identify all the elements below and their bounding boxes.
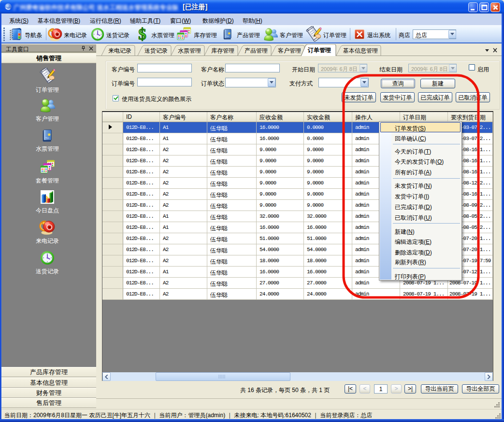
svg-text:送货记录: 送货记录 <box>144 47 168 54</box>
svg-text:库存管理: 库存管理 <box>211 47 234 54</box>
svg-text:产品管理: 产品管理 <box>245 47 268 54</box>
svg-text:基本信息管理: 基本信息管理 <box>343 47 378 54</box>
svg-text:水票管理: 水票管理 <box>178 47 201 54</box>
svg-text:客户管理: 客户管理 <box>278 47 301 54</box>
svg-text:订单管理: 订单管理 <box>307 47 331 54</box>
svg-text:来电记录: 来电记录 <box>108 47 131 54</box>
svg-text:$: $ <box>138 27 146 42</box>
